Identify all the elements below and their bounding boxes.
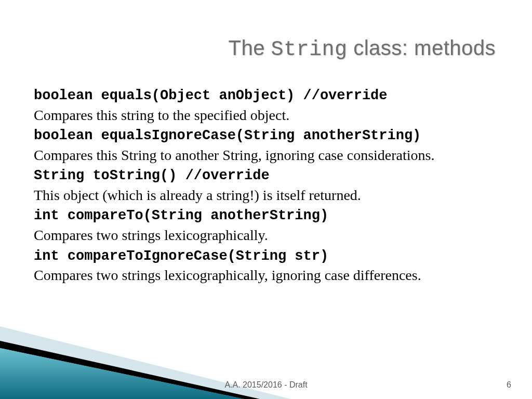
method-signature: int compareToIgnoreCase(String str) bbox=[34, 247, 501, 266]
slide: The String class: methods boolean equals… bbox=[0, 0, 532, 399]
method-description: Compares this string to the specified ob… bbox=[34, 105, 501, 125]
page-number: 6 bbox=[507, 380, 511, 390]
slide-title: The String class: methods bbox=[229, 36, 496, 61]
svg-marker-1 bbox=[0, 341, 260, 399]
method-signature: boolean equals(Object anObject) //overri… bbox=[34, 87, 501, 105]
title-post: class: methods bbox=[348, 36, 496, 59]
method-description: Compares two strings lexicographically. bbox=[34, 225, 501, 245]
method-signature: String toString() //override bbox=[34, 167, 501, 185]
title-code: String bbox=[271, 38, 348, 61]
method-description: Compares two strings lexicographically, … bbox=[34, 265, 501, 285]
title-pre: The bbox=[229, 36, 271, 59]
method-signature: int compareTo(String anotherString) bbox=[34, 207, 501, 225]
content-body: boolean equals(Object anObject) //overri… bbox=[34, 86, 501, 287]
method-description: This object (which is already a string!)… bbox=[34, 185, 501, 205]
method-description: Compares this String to another String, … bbox=[34, 145, 501, 165]
svg-marker-3 bbox=[0, 348, 244, 399]
footer-note: A.A. 2015/2016 - Draft bbox=[0, 380, 532, 390]
svg-marker-4 bbox=[0, 348, 244, 399]
method-signature: boolean equalsIgnoreCase(String anotherS… bbox=[34, 127, 501, 145]
svg-marker-2 bbox=[0, 348, 244, 399]
